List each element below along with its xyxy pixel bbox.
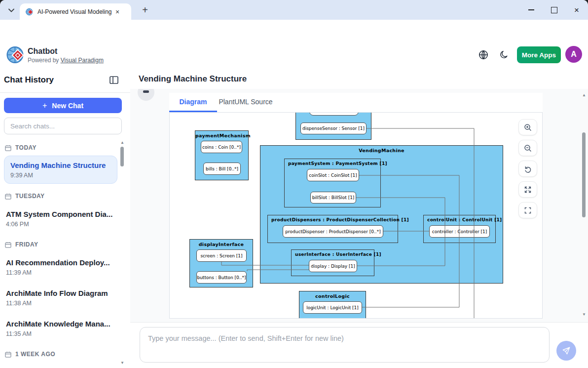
section-label-text: 1 WEEK AGO — [15, 351, 55, 358]
user-avatar[interactable]: A — [565, 46, 582, 63]
chat-history-sidebar: Chat History + New Chat TODAY Vending Ma… — [0, 68, 131, 368]
chat-item-time: 11:38 AM — [6, 300, 119, 307]
sidebar-scrollbar[interactable]: ▲ ▼ — [120, 141, 125, 368]
language-globe-button[interactable] — [478, 49, 489, 61]
window-close-button[interactable]: × — [565, 0, 588, 20]
messages-area: Diagram PlantUML Source dispenseSensor :… — [130, 89, 588, 322]
uml-part-dispense-sensor: dispenseSensor : Sensor [1] — [300, 123, 367, 134]
zoom-in-button[interactable] — [518, 119, 537, 135]
dark-mode-button[interactable] — [498, 49, 510, 61]
browser-toolbar: ai-toolbox.visual-paradigm.com/app/chatb… — [0, 20, 588, 41]
uml-part-display: display : Display [1] — [309, 260, 357, 272]
uml-part-logic-unit: logicUnit : LogicUnit [1] — [303, 301, 362, 314]
chat-item-archimate-knowledge[interactable]: ArchiMate Knowledge Mana... 11:35 AM — [4, 320, 119, 337]
powered-by-text: Powered by Visual Paradigm — [28, 57, 104, 64]
more-apps-button[interactable]: More Apps — [517, 46, 561, 63]
chat-item-time: 4:06 PM — [6, 221, 119, 228]
chat-item-vending-machine[interactable]: Vending Machine Structure 9:39 AM — [4, 156, 117, 184]
chat-item-time: 9:39 AM — [10, 172, 111, 179]
uml-part-buttons: buttons : Button [0..*] — [196, 271, 247, 284]
calendar-icon — [5, 145, 11, 151]
scroll-down-arrow[interactable]: ▼ — [582, 313, 586, 317]
uml-sub-title: productDispensers : ProductDispenserColl… — [268, 215, 398, 222]
uml-part-screen: screen : Screen [1] — [196, 249, 247, 262]
browser-window: AI-Powered Visual Modeling Ch × + × ai-t… — [0, 0, 588, 368]
assistant-avatar — [138, 89, 154, 101]
assistant-avatar-detail — [143, 90, 149, 93]
expand-button[interactable] — [518, 181, 537, 198]
window-maximize-button[interactable] — [543, 0, 565, 20]
new-chat-button[interactable]: + New Chat — [4, 98, 122, 113]
uml-node-title: paymentMechanism — [195, 131, 248, 138]
uml-node-title: displayInterface — [190, 240, 253, 247]
chat-item-title: AI Recommendation Deploy... — [6, 258, 119, 267]
uml-part-coin-slot: coinSlot : CoinSlot [1] — [307, 169, 359, 181]
uml-node-title: VendingMachine — [260, 146, 503, 153]
paper-plane-icon — [562, 346, 571, 355]
tab-plantuml-source[interactable]: PlantUML Source — [217, 93, 274, 111]
section-label-1-week-ago: 1 WEEK AGO — [5, 351, 55, 358]
visual-paradigm-link[interactable]: Visual Paradigm — [61, 57, 104, 64]
message-input[interactable] — [140, 327, 550, 363]
diagram-tabs: Diagram PlantUML Source — [169, 93, 543, 113]
uml-part-product-dispenser: productDispenser : ProductDispenser [0..… — [283, 225, 383, 238]
fullscreen-button[interactable] — [518, 202, 537, 218]
uml-part-bill-slot: billSlot : BillSlot [1] — [310, 192, 356, 204]
calendar-icon — [5, 193, 11, 200]
tab-search-button[interactable] — [6, 5, 17, 16]
page-scrollbar[interactable]: ▲ ▼ — [581, 93, 587, 321]
diagram-zoom-controls — [518, 119, 536, 223]
uml-sub-title: paymentSystem : PaymentSystem [1] — [285, 159, 380, 166]
uml-part-coins: coins : Coin [0..*] — [201, 141, 242, 153]
uml-sub-title: controlUnit : ControlUnit [1] — [424, 215, 495, 222]
chat-item-title: ATM System Component Dia... — [6, 210, 119, 218]
sidebar-title: Chat History — [4, 75, 54, 85]
message-composer — [130, 322, 588, 368]
browser-tab[interactable]: AI-Powered Visual Modeling Ch × — [20, 3, 131, 20]
search-input[interactable] — [4, 118, 122, 134]
sidebar-collapse-button[interactable] — [109, 75, 119, 85]
calendar-icon — [5, 242, 11, 248]
minimize-icon — [528, 9, 534, 10]
expand-arrows-icon — [524, 186, 532, 194]
section-label-text: FRIDAY — [15, 241, 38, 248]
sidebar-scrollbar-thumb[interactable] — [120, 147, 124, 166]
chat-item-atm-system[interactable]: ATM System Component Dia... 4:06 PM — [4, 210, 119, 228]
app-title: Chatbot — [28, 47, 57, 56]
diagram-card: Diagram PlantUML Source dispenseSensor :… — [169, 93, 543, 319]
zoom-out-icon — [524, 144, 532, 152]
scroll-up-arrow[interactable]: ▲ — [120, 141, 124, 145]
conversation-title: Vending Machine Structure — [139, 74, 247, 84]
tab-close-button[interactable]: × — [115, 8, 119, 15]
chat-item-archimate-info-flow[interactable]: ArchiMate Info Flow Diagram 11:38 AM — [4, 289, 119, 307]
reset-icon — [524, 165, 532, 173]
uml-sub-title: userInterface : UserInterface [1] — [292, 250, 374, 257]
reset-view-button[interactable] — [518, 161, 537, 177]
calendar-icon — [5, 351, 11, 358]
scroll-up-arrow[interactable]: ▲ — [582, 93, 586, 97]
panel-toggle-icon — [110, 76, 118, 84]
section-label-text: TUESDAY — [15, 193, 45, 200]
window-minimize-button[interactable] — [520, 0, 543, 20]
diagram-canvas: dispenseSensor : Sensor [1] paymentMecha… — [169, 112, 543, 319]
uml-node-title: controlLogic — [299, 291, 366, 299]
globe-icon — [478, 50, 488, 60]
tab-title: AI-Powered Visual Modeling Ch — [37, 8, 112, 15]
zoom-out-button[interactable] — [518, 140, 537, 156]
section-label-friday: FRIDAY — [5, 241, 38, 248]
chat-item-title: ArchiMate Knowledge Mana... — [6, 320, 119, 328]
new-tab-button[interactable]: + — [139, 4, 151, 16]
plus-icon: + — [42, 101, 47, 110]
zoom-in-icon — [524, 123, 532, 131]
uml-part-controller: controller : Controller [1] — [429, 225, 490, 238]
chat-item-time: 11:35 AM — [6, 330, 119, 337]
page-scrollbar-thumb[interactable] — [582, 132, 586, 217]
send-button[interactable] — [556, 341, 576, 361]
fullscreen-brackets-icon — [524, 206, 532, 214]
tab-diagram[interactable]: Diagram — [169, 93, 217, 112]
chevron-down-icon — [8, 8, 14, 12]
tab-strip: AI-Powered Visual Modeling Ch × + × — [0, 0, 588, 20]
chat-item-ai-recommendation[interactable]: AI Recommendation Deploy... 11:39 AM — [4, 258, 119, 276]
chat-item-title: Vending Machine Structure — [10, 161, 111, 169]
scroll-down-arrow[interactable]: ▼ — [120, 361, 124, 365]
